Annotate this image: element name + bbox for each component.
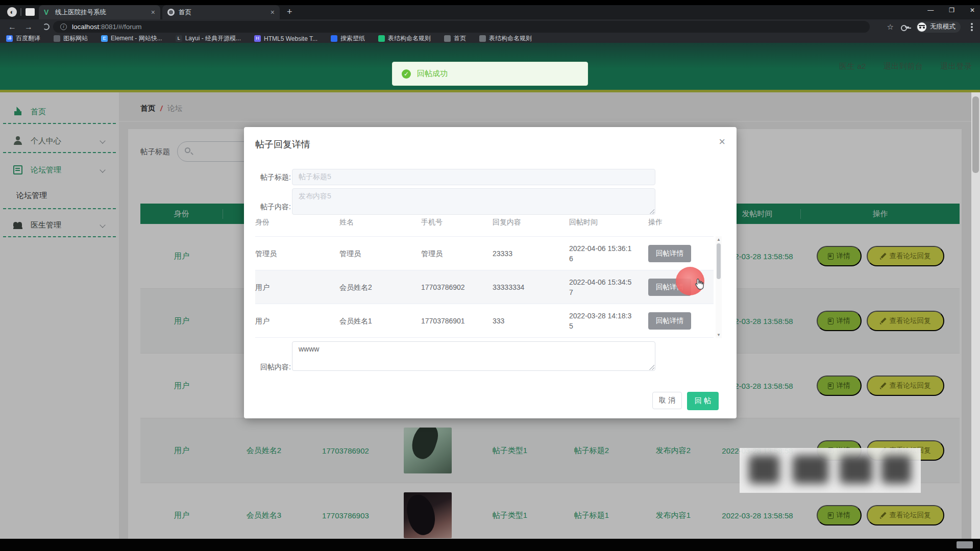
watermark-smudge	[749, 455, 779, 484]
bookmark-table-naming[interactable]: 表结构命名规则	[378, 34, 431, 43]
post-reply-detail-dialog: 帖子回复详情 × 帖子标题: 帖子内容: 发布内容5 身份 姓名 手机号 回复内…	[244, 127, 737, 418]
bookmarks-bar: 译百度翻译 图标网站 EElement - 网站快... LLayui - 经典…	[0, 34, 980, 43]
vue-favicon: V	[44, 9, 51, 16]
bookmark-wallpaper[interactable]: 搜索壁纸	[331, 34, 365, 43]
scroll-down-icon[interactable]: ▼	[716, 333, 722, 337]
maximize-button[interactable]: ❐	[949, 5, 954, 15]
post-title-label: 帖子标题:	[254, 173, 291, 182]
bookmark-icon	[54, 35, 60, 42]
dialog-title: 帖子回复详情	[255, 138, 310, 151]
corner-widget	[957, 541, 973, 548]
incognito-badge: 无痕模式	[916, 21, 961, 33]
success-check-icon: ✓	[402, 69, 411, 79]
back-button[interactable]: ←	[8, 22, 16, 32]
window-top-strip	[0, 0, 980, 5]
bookmark-star-icon[interactable]: ☆	[887, 22, 894, 32]
bookmark-icon: E	[101, 35, 108, 42]
reply-content-field[interactable]: wwww	[292, 341, 655, 371]
bookmark-icon: 译	[6, 35, 13, 42]
tab-separator	[20, 8, 21, 16]
address-bar-actions: ☆ 无痕模式	[887, 19, 976, 34]
bookmark-icon: H	[254, 35, 261, 42]
reply-row: 用户 会员姓名2 17703786902 33333334 2022-04-06…	[255, 270, 714, 304]
scroll-up-icon[interactable]: ▲	[716, 237, 722, 242]
close-icon[interactable]: ×	[719, 135, 725, 148]
reply-submit-button[interactable]: 回 帖	[687, 392, 719, 410]
address-bar: ← → i localhost:8081/#/forum ☆ 无痕模式	[0, 19, 980, 34]
forward-button[interactable]: →	[24, 22, 33, 32]
watermark-smudge	[793, 455, 828, 484]
scrollbar-thumb[interactable]	[717, 243, 721, 279]
reply-table-body: 管理员 管理员 管理员 23333 2022-04-06 15:36:16 回帖…	[255, 236, 714, 338]
tab-title: 线上医院挂号系统	[55, 8, 147, 17]
resize-handle	[649, 365, 654, 370]
reload-button[interactable]	[43, 23, 50, 30]
reply-row: 管理员 管理员 管理员 23333 2022-04-06 15:36:16 回帖…	[255, 237, 714, 270]
success-toast: ✓ 回帖成功	[392, 62, 588, 86]
post-title-field	[292, 169, 655, 185]
toast-message: 回帖成功	[417, 69, 448, 79]
scrollbar-thumb[interactable]	[972, 96, 979, 173]
bookmark-table-naming-2[interactable]: 表结构命名规则	[479, 34, 532, 43]
close-window-button[interactable]: ✕	[970, 5, 975, 15]
screen: ◐ V 线上医院挂号系统 × 首页 × + — ❐ ✕ ← →	[0, 0, 980, 551]
bookmark-icon	[331, 35, 337, 42]
minimize-button[interactable]: —	[927, 5, 934, 15]
window-controls: — ❐ ✕	[927, 5, 975, 15]
browser-logo-icon[interactable]: ◐	[7, 7, 17, 17]
tab-home[interactable]: 首页 ×	[162, 5, 280, 19]
bookmark-icon	[444, 35, 451, 42]
bookmark-baidu-translate[interactable]: 译百度翻译	[6, 34, 40, 43]
tab-hospital-system[interactable]: V 线上医院挂号系统 ×	[39, 5, 160, 19]
reply-row: 用户 会员姓名1 17703786901 333 2022-03-28 14:1…	[255, 304, 714, 338]
browser-menu-icon[interactable]	[971, 26, 973, 28]
reply-detail-button[interactable]: 回帖详情	[648, 312, 691, 330]
watermark-smudge	[840, 455, 872, 484]
bottom-bar	[0, 539, 980, 551]
hand-cursor-icon	[693, 278, 705, 291]
password-key-icon[interactable]	[901, 25, 909, 29]
url-text: localhost:8081/#/forum	[72, 23, 142, 31]
bookmark-layui[interactable]: LLayui - 经典开源模...	[176, 34, 241, 43]
reply-content-label: 回帖内容:	[254, 363, 291, 372]
blurred-watermark	[740, 448, 921, 493]
page-scrollbar[interactable]	[971, 92, 980, 551]
cancel-button[interactable]: 取 消	[652, 392, 682, 409]
close-tab-icon[interactable]: ×	[151, 8, 155, 16]
resize-handle	[649, 209, 654, 214]
site-info-icon[interactable]: i	[60, 23, 67, 30]
browser-chrome: ◐ V 线上医院挂号系统 × 首页 × + — ❐ ✕ ← →	[0, 0, 980, 43]
bookmark-icon-site[interactable]: 图标网站	[54, 34, 88, 43]
pinned-tab-icon[interactable]	[26, 8, 35, 16]
reply-table-header: 身份 姓名 手机号 回复内容 回帖时间 操作	[255, 218, 714, 227]
watermark-smudge	[881, 455, 911, 484]
bookmark-icon	[378, 35, 385, 42]
bookmark-icon: L	[176, 35, 182, 42]
bookmark-html5[interactable]: HHTML5 Website T...	[254, 35, 317, 42]
bookmark-icon	[479, 35, 486, 42]
incognito-icon	[917, 22, 926, 32]
post-content-field: 发布内容5	[292, 188, 655, 215]
new-tab-button[interactable]: +	[287, 7, 292, 17]
url-field[interactable]: i localhost:8081/#/forum	[53, 21, 870, 33]
bookmark-element[interactable]: EElement - 网站快...	[101, 34, 162, 43]
tab-title: 首页	[179, 8, 266, 17]
reply-table-scrollbar[interactable]: ▲ ▼	[716, 236, 722, 338]
tab-bar: ◐ V 线上医院挂号系统 × 首页 × + — ❐ ✕	[0, 5, 980, 19]
app-viewport: 医生 a2 退出到前台 退出登录 首页 个人中心 论坛管理	[0, 43, 980, 539]
post-content-label: 帖子内容:	[254, 203, 291, 212]
close-tab-icon[interactable]: ×	[271, 8, 275, 16]
incognito-label: 无痕模式	[930, 22, 955, 31]
globe-favicon	[167, 9, 175, 16]
reply-detail-button[interactable]: 回帖详情	[648, 245, 691, 262]
bookmark-homepage[interactable]: 首页	[444, 34, 466, 43]
